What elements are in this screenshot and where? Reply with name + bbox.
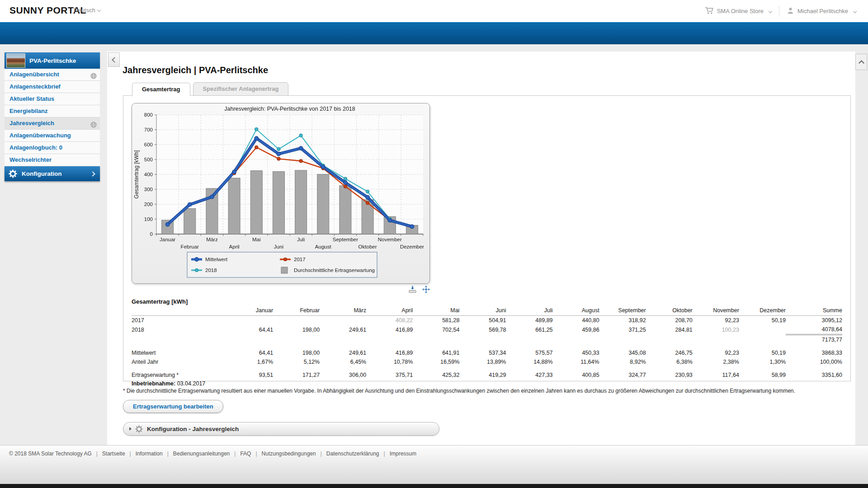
- svg-text:100: 100: [144, 216, 153, 222]
- footer-link-datenschutzerklärung[interactable]: Datenschutzerklärung: [326, 450, 379, 457]
- user-menu[interactable]: Michael Perlitschke: [787, 7, 856, 16]
- table-cell: 345,08: [599, 348, 646, 357]
- table-cell: [506, 335, 552, 345]
- sidebar-items: AnlagenübersichtAnlagensteckbriefAktuell…: [5, 69, 100, 166]
- plant-name: PVA-Perlitschke: [29, 57, 76, 64]
- footer-link-bedienungsanleitungen[interactable]: Bedienungsanleitungen: [173, 450, 230, 457]
- sidebar-item-label: Jahresvergleich: [9, 120, 54, 127]
- person-icon: [787, 7, 794, 16]
- table-cell: [320, 316, 366, 325]
- footer-link-startseite[interactable]: Startseite: [102, 450, 125, 457]
- header-divider: [779, 6, 779, 16]
- table-row-anteil-jahr: Anteil Jahr1,67%5,12%6,45%10,78%16,59%13…: [132, 357, 842, 366]
- footer-link-nutzungsbedingungen[interactable]: Nutzungsbedingungen: [262, 450, 316, 457]
- footer-copyright: © 2018 SMA Solar Technology AG: [9, 450, 92, 457]
- sidebar-item-konfiguration[interactable]: Konfiguration: [5, 166, 100, 181]
- sidebar-item-jahresvergleich[interactable]: Jahresvergleich: [5, 117, 100, 130]
- table-row-label: 2017: [132, 316, 226, 325]
- footer-link-information[interactable]: Information: [136, 450, 163, 457]
- sidebar-item-label: Anlagenlogbuch: 0: [9, 144, 62, 151]
- sidebar-item-anlagensteckbrief[interactable]: Anlagensteckbrief: [5, 81, 100, 93]
- triangle-right-icon: [129, 427, 132, 431]
- chart-svg: Jahresvergleich: PVA-Perlitschke von 201…: [132, 103, 430, 284]
- table-corner: [132, 306, 226, 316]
- footer-link-faq[interactable]: FAQ: [240, 450, 251, 457]
- sidebar-item-energiebilanz[interactable]: Energiebilanz: [5, 105, 100, 117]
- svg-text:2018: 2018: [205, 267, 217, 273]
- globe-icon: [90, 71, 97, 78]
- expand-icon[interactable]: [422, 286, 430, 295]
- table-cell: 575,57: [506, 348, 552, 357]
- table-spacer-row: [132, 344, 842, 348]
- svg-text:September: September: [333, 237, 358, 242]
- tab-spezifischer-anlagenertrag[interactable]: Spezifischer Anlagenertrag: [193, 82, 289, 96]
- table-cell: 58,99: [739, 371, 786, 380]
- gear-icon: [135, 425, 143, 433]
- table-cell: 581,28: [413, 316, 459, 325]
- table-row-ertragserwartung-: Ertragserwartung *93,51171,27306,00375,7…: [132, 371, 842, 380]
- footer-link-impressum[interactable]: Impressum: [390, 450, 416, 457]
- chevron-down-icon: [769, 9, 772, 13]
- svg-text:0: 0: [150, 231, 153, 237]
- table-cell: 64,41: [226, 348, 273, 357]
- svg-text:Juli: Juli: [297, 237, 305, 242]
- collapse-sidebar-button[interactable]: [108, 52, 120, 67]
- language-selector[interactable]: Deutsch: [74, 7, 100, 14]
- footer-separator: |: [167, 450, 169, 457]
- table-cell: [226, 335, 273, 345]
- store-label: SMA Online Store: [717, 8, 764, 14]
- sidebar-config-label: Konfiguration: [22, 170, 61, 177]
- sidebar-item-aktueller-status[interactable]: Aktueller Status: [5, 93, 100, 105]
- table-row-2017: 2017408,22581,28504,91489,89440,80318,92…: [132, 316, 842, 325]
- table-column-header: August: [553, 306, 599, 316]
- sidebar-item-anlagenüberwachung[interactable]: Anlagenüberwachung: [5, 130, 100, 142]
- yearly-comparison-table: JanuarFebruarMärzAprilMaiJuniJuliAugustS…: [132, 306, 842, 380]
- table-cell: 408,22: [366, 316, 413, 325]
- svg-text:Oktober: Oktober: [359, 244, 377, 249]
- footnote: * Die durchschnittliche Ertragserwartung…: [123, 388, 855, 394]
- table-cell: 2,38%: [693, 357, 739, 366]
- edit-ertragserwartung-button[interactable]: Ertragserwartung bearbeiten: [123, 400, 223, 413]
- table-row-mittelwert: Mittelwert64,41198,00249,61416,89641,915…: [132, 348, 842, 357]
- scroll-up-button[interactable]: [855, 54, 867, 70]
- table-cell: [693, 335, 739, 345]
- sidebar-item-wechselrichter[interactable]: Wechselrichter: [5, 154, 100, 166]
- gear-icon: [8, 169, 18, 178]
- table-cell: 324,77: [599, 371, 646, 380]
- tab-gesamtertrag[interactable]: Gesamtertrag: [132, 83, 190, 96]
- plant-header[interactable]: PVA-Perlitschke: [5, 52, 100, 69]
- chart-actions: [132, 286, 430, 296]
- sidebar-item-label: Aktueller Status: [9, 95, 54, 102]
- table-cell: 375,71: [366, 371, 413, 380]
- table-cell: 569,78: [459, 325, 506, 335]
- table-cell: 100,00%: [786, 357, 842, 366]
- chevron-left-icon: [112, 57, 118, 63]
- sma-online-store-menu[interactable]: SMA Online Store: [705, 6, 772, 16]
- table-cell: [459, 335, 506, 345]
- table-column-header: Summe: [786, 306, 842, 316]
- content-panel: Jahresvergleich: PVA-Perlitschke von 201…: [123, 95, 851, 381]
- table-cell: 371,25: [599, 325, 646, 335]
- sidebar-item-label: Anlagenübersicht: [9, 71, 59, 78]
- table-cell: 198,00: [273, 325, 320, 335]
- commissioning-label: Inbetriebnahme:: [132, 380, 175, 387]
- table-cell: [320, 335, 366, 345]
- sidebar-item-anlagenlogbuch-0[interactable]: Anlagenlogbuch: 0: [5, 142, 100, 154]
- language-label: Deutsch: [74, 7, 95, 14]
- plant-photo: [6, 53, 25, 68]
- svg-text:Februar: Februar: [181, 244, 199, 249]
- table-cell: 208,70: [646, 316, 693, 325]
- download-icon[interactable]: [408, 286, 417, 295]
- svg-text:Durchschnittliche Ertragserwar: Durchschnittliche Ertragserwartung: [294, 267, 375, 273]
- main-content: Jahresvergleich | PVA-Perlitschke Gesamt…: [107, 52, 855, 445]
- page: SUNNY PORTAL Deutsch SMA Online Store Mi…: [0, 0, 868, 488]
- footer-separator: |: [234, 450, 236, 457]
- table-row-label: [132, 335, 226, 345]
- table-row-total: 7173,77: [132, 335, 842, 345]
- svg-text:Jahresvergleich: PVA-Perlitsch: Jahresvergleich: PVA-Perlitschke von 201…: [224, 106, 355, 112]
- sidebar-item-anlagenübersicht[interactable]: Anlagenübersicht: [5, 69, 100, 81]
- chevron-up-icon: [859, 60, 864, 66]
- table-cell: 249,61: [320, 325, 366, 335]
- table-spacer-row: [132, 366, 842, 371]
- config-jahresvergleich-panel[interactable]: Konfiguration - Jahresvergleich: [123, 422, 439, 436]
